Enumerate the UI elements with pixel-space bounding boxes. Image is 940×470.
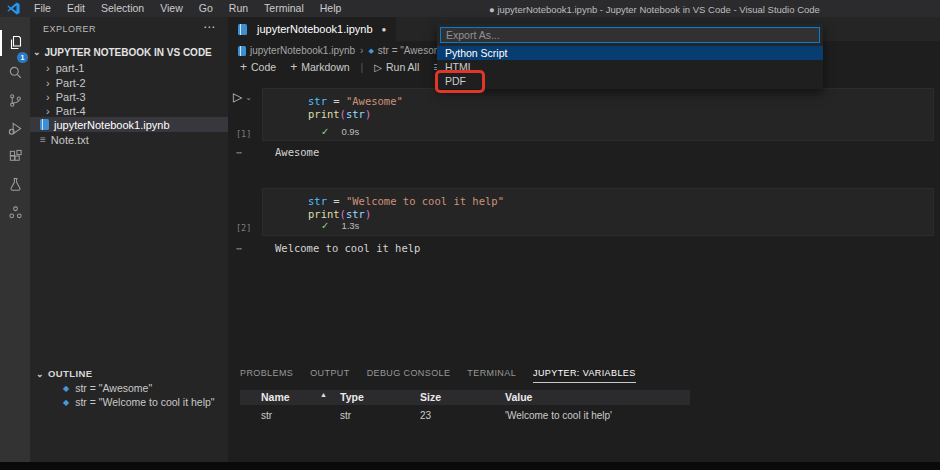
menu-file[interactable]: File <box>26 0 59 17</box>
outline-label: str = "Awesome" <box>75 382 152 394</box>
outline-label: str = "Welcome to cool it help" <box>75 396 214 408</box>
outline-section-header[interactable]: ⌄ OUTLINE <box>36 368 92 379</box>
circles-icon[interactable] <box>0 199 30 225</box>
option-python-script[interactable]: Python Script <box>437 46 823 60</box>
tab-problems[interactable]: PROBLEMS <box>240 368 293 383</box>
sidebar-item-part-2[interactable]: › Part-2 <box>30 75 228 90</box>
workspace-folder[interactable]: ⌄ JUPYTER NOTEBOOK IN VS CODE <box>33 45 228 59</box>
column-name[interactable]: Name <box>261 391 290 403</box>
var-size: 23 <box>420 410 431 421</box>
outline-item-welcome[interactable]: ◆ str = "Welcome to cool it help" <box>63 395 215 409</box>
notebook-file-icon <box>238 24 247 35</box>
column-value[interactable]: Value <box>505 391 532 403</box>
cell-output: ⋯ Awesome <box>228 146 319 158</box>
more-actions-icon[interactable]: ⋯ <box>203 20 215 34</box>
pdf-annotation-box <box>435 70 485 93</box>
code-line: str = "Awesome" <box>263 95 933 108</box>
tab-label: jupyterNotebook1.ipynb <box>257 23 373 35</box>
cell-duration: 0.9s <box>341 126 359 137</box>
menu-selection[interactable]: Selection <box>93 0 152 17</box>
explorer-title: EXPLORER <box>43 24 96 34</box>
sidebar-item-notebook[interactable]: jupyterNotebook1.ipynb <box>30 117 228 132</box>
output-more-icon[interactable]: ⋯ <box>236 243 243 254</box>
add-code-cell-button[interactable]: + Code <box>233 60 283 74</box>
variables-table-row[interactable]: str str 23 'Welcome to cool it help' <box>240 409 690 423</box>
explorer-icon[interactable]: 1 <box>0 30 30 56</box>
chevron-right-icon: › <box>46 77 50 89</box>
window-title: ● jupyterNotebook1.ipynb - Jupyter Noteb… <box>489 4 820 15</box>
tab-terminal[interactable]: TERMINAL <box>467 368 516 383</box>
modified-dot-icon[interactable]: ● <box>382 25 387 34</box>
file-label: jupyterNotebook1.ipynb <box>54 119 170 131</box>
menu-view[interactable]: View <box>152 0 191 17</box>
check-icon: ✓ <box>321 126 329 137</box>
option-html[interactable]: HTML <box>437 60 823 74</box>
menu-go[interactable]: Go <box>191 0 221 17</box>
execution-count: [2] <box>236 223 251 233</box>
panel-tab-bar: PROBLEMS OUTPUT DEBUG CONSOLE TERMINAL J… <box>240 368 636 383</box>
sidebar-item-part-4[interactable]: › Part-4 <box>30 103 228 118</box>
code-cell-1[interactable]: str = "Awesome" print(str) <box>262 88 934 141</box>
execution-count: [1] <box>236 129 251 139</box>
chevron-right-icon: › <box>46 62 50 74</box>
var-name: str <box>261 410 272 421</box>
menu-edit[interactable]: Edit <box>59 0 93 17</box>
tab-jupyter-variables[interactable]: JUPYTER: VARIABLES <box>533 368 636 383</box>
variables-table-header: Name ▲ Type Size Value <box>240 390 690 405</box>
code-cell-2[interactable]: str = "Welcome to cool it help" print(st… <box>262 188 934 236</box>
column-type[interactable]: Type <box>340 391 364 403</box>
tab-debug-console[interactable]: DEBUG CONSOLE <box>367 368 451 383</box>
add-markdown-cell-button[interactable]: + Markdown <box>283 60 356 74</box>
symbol-variable-icon: ◆ <box>63 384 69 393</box>
run-debug-icon[interactable] <box>0 115 30 141</box>
search-icon[interactable] <box>0 59 30 85</box>
var-type: str <box>340 410 351 421</box>
cell-output: ⋯ Welcome to cool it help <box>228 242 420 254</box>
workspace-label: JUPYTER NOTEBOOK IN VS CODE <box>45 47 212 58</box>
folder-label: Part-2 <box>56 77 86 89</box>
sort-ascending-icon[interactable]: ▲ <box>320 391 327 398</box>
folder-label: Part-3 <box>56 91 86 103</box>
plus-icon: + <box>240 60 247 74</box>
check-icon: ✓ <box>321 220 329 231</box>
breadcrumb-file[interactable]: jupyterNotebook1.ipynb <box>250 45 355 56</box>
text-file-icon: ≡ <box>40 135 46 145</box>
cell-status: ✓ 1.3s <box>321 220 359 231</box>
extensions-icon[interactable] <box>0 143 30 169</box>
outline-item-awesome[interactable]: ◆ str = "Awesome" <box>63 381 152 395</box>
explorer-badge: 1 <box>17 52 28 63</box>
code-line: str = "Welcome to cool it help" <box>263 195 933 208</box>
export-as-input[interactable] <box>440 27 820 43</box>
vscode-logo-icon <box>7 2 20 15</box>
sidebar-explorer: EXPLORER ⋯ ⌄ JUPYTER NOTEBOOK IN VS CODE… <box>30 17 228 462</box>
cell-status: ✓ 0.9s <box>321 126 359 137</box>
cell-duration: 1.3s <box>341 220 359 231</box>
menu-bar: File Edit Selection View Go Run Terminal… <box>26 0 349 17</box>
code-line: print(str) <box>263 208 933 221</box>
title-bar: File Edit Selection View Go Run Terminal… <box>0 0 940 17</box>
folder-label: part-1 <box>56 62 85 74</box>
option-pdf[interactable]: PDF <box>437 74 823 88</box>
symbol-variable-icon: ◆ <box>63 398 69 407</box>
sidebar-item-note-txt[interactable]: ≡ Note.txt <box>30 132 228 147</box>
sidebar-item-part-3[interactable]: › Part-3 <box>30 89 228 104</box>
sidebar-item-part-1[interactable]: › part-1 <box>30 60 228 75</box>
column-size[interactable]: Size <box>420 391 441 403</box>
source-control-icon[interactable] <box>0 87 30 113</box>
play-icon: ▷ <box>374 62 382 73</box>
menu-terminal[interactable]: Terminal <box>256 0 312 17</box>
tab-output[interactable]: OUTPUT <box>310 368 349 383</box>
tab-notebook[interactable]: jupyterNotebook1.ipynb ● <box>228 17 396 41</box>
chevron-right-icon: › <box>360 45 363 56</box>
run-cell-button[interactable]: ▷ ⌄ <box>233 90 252 104</box>
menu-run[interactable]: Run <box>221 0 256 17</box>
letterbox-strip <box>0 462 940 470</box>
chevron-down-icon: ⌄ <box>245 93 252 102</box>
chevron-right-icon: › <box>46 105 50 117</box>
testing-icon[interactable] <box>0 171 30 197</box>
run-all-button[interactable]: ▷ Run All <box>367 61 426 73</box>
output-more-icon[interactable]: ⋯ <box>236 147 243 158</box>
menu-help[interactable]: Help <box>312 0 350 17</box>
folder-label: Part-4 <box>56 105 86 117</box>
symbol-variable-icon: ◆ <box>368 47 373 55</box>
